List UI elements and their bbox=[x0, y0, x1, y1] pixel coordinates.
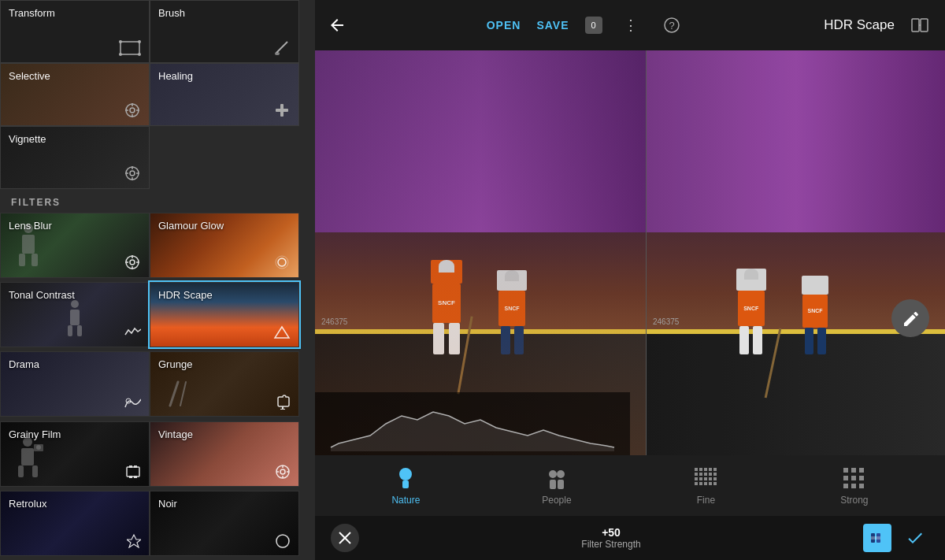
svg-rect-14 bbox=[276, 109, 288, 112]
svg-rect-101 bbox=[859, 484, 864, 488]
tool-transform[interactable]: Transform bbox=[0, 0, 150, 63]
svg-point-8 bbox=[130, 108, 135, 113]
filter-options: Nature People bbox=[315, 455, 945, 516]
svg-rect-68 bbox=[402, 480, 409, 488]
svg-point-61 bbox=[276, 535, 289, 547]
svg-rect-23 bbox=[19, 254, 25, 266]
svg-point-6 bbox=[275, 52, 280, 55]
filter-hdr-scape[interactable]: HDR Scape bbox=[150, 282, 299, 347]
save-button[interactable]: SAVE bbox=[536, 19, 569, 32]
noir-icon bbox=[275, 532, 291, 549]
filter-grunge[interactable]: Grunge bbox=[150, 351, 299, 417]
svg-line-39 bbox=[170, 382, 178, 406]
filter-drama[interactable]: Drama bbox=[0, 351, 150, 417]
drama-icon bbox=[124, 393, 141, 410]
svg-point-3 bbox=[119, 53, 122, 56]
strong-icon bbox=[842, 465, 867, 491]
filter-preview-icon bbox=[863, 524, 891, 552]
brush-icon bbox=[273, 39, 291, 56]
svg-rect-87 bbox=[713, 477, 717, 480]
filter-noir[interactable]: Noir bbox=[150, 491, 299, 556]
option-strong[interactable]: Strong bbox=[831, 462, 877, 509]
svg-rect-52 bbox=[129, 476, 132, 478]
filter-lens-blur[interactable]: Lens Blur bbox=[0, 213, 150, 278]
svg-rect-96 bbox=[843, 476, 848, 480]
option-people[interactable]: People bbox=[532, 462, 580, 509]
filter-vintage[interactable]: Vintage bbox=[150, 421, 299, 487]
compare-button[interactable] bbox=[907, 13, 932, 38]
option-fine[interactable]: Fine bbox=[684, 462, 728, 509]
svg-rect-74 bbox=[699, 468, 702, 471]
open-button[interactable]: OPEN bbox=[487, 19, 521, 32]
svg-rect-92 bbox=[713, 482, 717, 485]
svg-rect-83 bbox=[695, 477, 698, 480]
healing-icon bbox=[273, 102, 291, 119]
svg-rect-80 bbox=[704, 473, 707, 476]
side-image: SNCF SNCF 246375 bbox=[646, 50, 945, 455]
filter-strength-container: +50 Filter Strength bbox=[369, 526, 854, 550]
svg-point-48 bbox=[36, 445, 41, 450]
left-panel: Transform Brush S bbox=[0, 0, 315, 560]
badge: 0 bbox=[585, 17, 602, 34]
tool-healing[interactable]: Healing bbox=[150, 63, 299, 126]
svg-rect-45 bbox=[18, 465, 24, 477]
svg-rect-64 bbox=[912, 19, 919, 32]
histogram bbox=[315, 392, 630, 455]
svg-rect-46 bbox=[32, 465, 38, 477]
filter-name-title: HDR Scape bbox=[824, 17, 895, 33]
svg-rect-93 bbox=[843, 468, 848, 473]
svg-rect-85 bbox=[704, 477, 707, 480]
hdr-scape-icon bbox=[273, 324, 291, 340]
top-bar: OPEN SAVE 0 ⋮ ? HDR Scape bbox=[315, 0, 945, 50]
tools-section: Transform Brush S bbox=[0, 0, 315, 189]
svg-rect-79 bbox=[699, 473, 702, 476]
svg-point-1 bbox=[119, 40, 122, 43]
top-bar-left bbox=[328, 16, 346, 35]
filter-glamour-glow[interactable]: Glamour Glow bbox=[150, 213, 299, 278]
back-button[interactable] bbox=[328, 16, 346, 35]
transform-icon bbox=[119, 39, 141, 56]
svg-point-31 bbox=[278, 258, 286, 266]
grunge-icon bbox=[275, 393, 291, 410]
svg-rect-99 bbox=[843, 484, 848, 488]
svg-point-4 bbox=[138, 53, 141, 56]
filter-strength-label: Filter Strength bbox=[581, 539, 640, 550]
svg-rect-65 bbox=[921, 19, 928, 32]
selective-icon bbox=[124, 102, 141, 119]
svg-point-33 bbox=[71, 300, 79, 308]
help-button[interactable]: ? bbox=[659, 13, 684, 38]
image-area: SNCF SNCF bbox=[315, 50, 945, 455]
svg-rect-78 bbox=[695, 473, 698, 476]
svg-text:?: ? bbox=[669, 20, 674, 32]
lens-blur-icon bbox=[124, 254, 141, 271]
tool-selective[interactable]: Selective bbox=[0, 63, 150, 126]
bottom-panel: Nature People bbox=[315, 455, 945, 560]
glamour-glow-icon bbox=[273, 254, 291, 271]
filter-grainy-film[interactable]: Grainy Film bbox=[0, 421, 150, 487]
more-button[interactable]: ⋮ bbox=[618, 13, 643, 38]
vignette-icon bbox=[124, 165, 141, 182]
svg-rect-95 bbox=[859, 468, 864, 473]
svg-rect-75 bbox=[704, 468, 707, 471]
svg-point-26 bbox=[130, 260, 135, 265]
vintage-icon bbox=[275, 462, 291, 479]
close-button[interactable] bbox=[331, 524, 359, 552]
svg-rect-72 bbox=[558, 480, 564, 489]
svg-rect-97 bbox=[851, 476, 856, 480]
svg-rect-91 bbox=[709, 482, 712, 485]
filter-retrolux[interactable]: Retrolux bbox=[0, 491, 150, 556]
svg-rect-50 bbox=[129, 465, 132, 468]
svg-rect-100 bbox=[851, 484, 856, 488]
confirm-button[interactable] bbox=[901, 524, 929, 552]
filter-tonal-contrast[interactable]: Tonal Contrast bbox=[0, 282, 150, 347]
tool-vignette[interactable]: Vignette bbox=[0, 126, 150, 189]
svg-line-40 bbox=[180, 382, 186, 406]
edit-fab[interactable] bbox=[891, 299, 929, 337]
tool-brush[interactable]: Brush bbox=[150, 0, 299, 63]
svg-rect-84 bbox=[699, 477, 702, 480]
svg-rect-22 bbox=[22, 235, 35, 254]
tonal-contrast-icon bbox=[124, 324, 141, 340]
option-nature[interactable]: Nature bbox=[382, 462, 429, 509]
svg-rect-98 bbox=[859, 476, 864, 480]
svg-marker-60 bbox=[127, 535, 141, 547]
